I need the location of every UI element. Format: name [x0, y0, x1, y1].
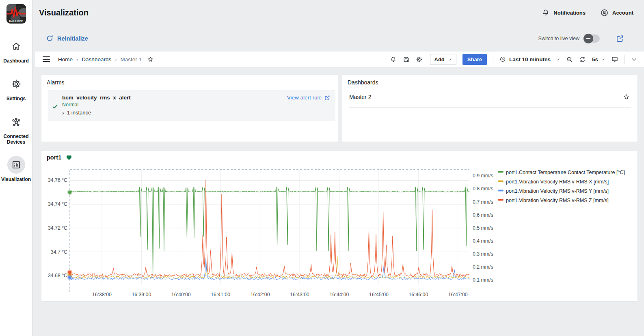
- chart-panel-title[interactable]: port1: [47, 154, 61, 161]
- save-icon: [403, 56, 410, 63]
- legend-label: port1.Vibration Velocity RMS v-RMS Z [mm…: [506, 198, 609, 203]
- chevron-down-icon: [447, 57, 452, 62]
- legend-item[interactable]: port1.Vibration Velocity RMS v-RMS X [mm…: [498, 179, 609, 185]
- zoom-out-time-button[interactable]: [566, 56, 573, 63]
- chevron-down-icon: [601, 57, 605, 62]
- notifications-button[interactable]: Notifications: [542, 9, 586, 17]
- legend-item[interactable]: port1.Vibration Velocity RMS v-RMS Y [mm…: [498, 188, 609, 194]
- sidebar: BALLUFF Dashboard Settings Connected Dev…: [0, 0, 32, 336]
- breadcrumb-current: Master 1: [121, 56, 142, 62]
- sidebar-item-label: Connected Devices: [0, 134, 32, 145]
- clock-icon: [499, 56, 506, 62]
- sidebar-item-label: Visualization: [0, 177, 32, 182]
- reinitialize-label: Reinitialize: [57, 35, 88, 42]
- breadcrumb-home[interactable]: Home: [58, 56, 73, 62]
- time-range-picker[interactable]: Last 10 minutes: [499, 56, 560, 62]
- tick-label: 16:41:00: [211, 292, 230, 297]
- series-start-marker: [68, 271, 71, 274]
- star-icon[interactable]: [623, 93, 630, 100]
- series-start-marker: [68, 276, 71, 279]
- switch-live-label: Switch to live view: [538, 36, 579, 41]
- zoom-out-icon: [566, 56, 573, 63]
- account-button[interactable]: Account: [600, 9, 633, 17]
- legend-item[interactable]: port1.Contact Temperature Contact Temper…: [498, 170, 625, 175]
- alert-row: bcm_velocity_rms_x_alert Normal › 1 inst…: [48, 90, 335, 121]
- legend-marker: [498, 190, 504, 192]
- account-label: Account: [612, 10, 633, 16]
- external-link-icon: [616, 34, 624, 43]
- dashboards-panel: Dashboards Master 2: [342, 75, 638, 142]
- monitor-icon: [611, 56, 618, 63]
- network-hub-icon: [7, 113, 25, 131]
- menu-button[interactable]: [43, 56, 50, 62]
- tick-label: 0.5 mm/s: [473, 225, 493, 231]
- bar-chart-icon: [7, 156, 25, 174]
- sidebar-item-visualization[interactable]: Visualization: [0, 156, 32, 182]
- check-icon: [52, 103, 58, 110]
- breadcrumb-dashboards[interactable]: Dashboards: [82, 56, 111, 62]
- gear-icon: [7, 75, 25, 93]
- tick-label: 16:45:00: [369, 292, 389, 297]
- external-link-icon: [324, 95, 330, 101]
- breadcrumb-separator: ›: [76, 56, 78, 62]
- legend-label: port1.Contact Temperature Contact Temper…: [506, 170, 625, 175]
- actions-row: Reinitialize Switch to live view: [32, 25, 644, 52]
- tick-label: 0.7 mm/s: [473, 199, 493, 205]
- page-title: Visualization: [39, 8, 89, 17]
- alert-state-badge: Normal: [62, 102, 331, 108]
- tick-label: 0.8 mm/s: [473, 186, 493, 192]
- dashboard-name: Master 2: [349, 94, 371, 100]
- chart-plot-area[interactable]: [70, 170, 469, 284]
- chart-area: 34.76 °C34.74 °C34.72 °C34.7 °C34.68 °C0…: [41, 151, 638, 301]
- alert-rules-button[interactable]: [390, 56, 397, 63]
- collapse-toolbar-button[interactable]: [631, 56, 637, 62]
- tick-label: 34.68 °C: [48, 273, 67, 278]
- live-view-toggle[interactable]: [584, 34, 600, 43]
- tick-label: 0.4 mm/s: [473, 238, 493, 244]
- health-heart-icon: [66, 155, 72, 161]
- toggle-knob: [583, 34, 593, 43]
- share-button[interactable]: Share: [462, 54, 487, 65]
- legend-label: port1.Vibration Velocity RMS v-RMS X [mm…: [506, 179, 609, 185]
- notifications-label: Notifications: [553, 10, 586, 16]
- tick-label: 16:44:00: [330, 292, 349, 297]
- sidebar-item-dashboard[interactable]: Dashboard: [0, 37, 32, 64]
- dashboards-panel-title: Dashboards: [342, 75, 638, 86]
- dashboard-content: Alarms bcm_velocity_rms_x_alert Normal ›…: [32, 67, 644, 302]
- chart-svg: 34.76 °C34.74 °C34.72 °C34.7 °C34.68 °C0…: [41, 151, 638, 302]
- chevron-right-icon: ›: [62, 111, 64, 115]
- add-button[interactable]: Add: [430, 54, 456, 65]
- sidebar-item-settings[interactable]: Settings: [0, 75, 32, 101]
- dashboard-list-item[interactable]: Master 2: [349, 93, 631, 108]
- tick-label: 0.3 mm/s: [473, 251, 493, 257]
- dashboard-settings-button[interactable]: [416, 56, 423, 63]
- sidebar-item-label: Dashboard: [2, 58, 30, 64]
- tick-label: 34.72 °C: [48, 225, 67, 231]
- refresh-interval-picker[interactable]: 5s: [592, 56, 605, 62]
- balluff-logo: BALLUFF: [6, 4, 26, 24]
- tick-label: 16:43:00: [290, 292, 309, 297]
- alert-instances-expander[interactable]: › 1 instance: [62, 110, 331, 116]
- alarms-panel: Alarms bcm_velocity_rms_x_alert Normal ›…: [41, 75, 338, 142]
- legend-marker: [498, 171, 504, 173]
- home-icon: [7, 37, 25, 55]
- tv-mode-button[interactable]: [611, 56, 618, 63]
- favorite-star-button[interactable]: [147, 56, 154, 63]
- divider: [493, 55, 493, 64]
- grafana-toolbar: Home › Dashboards › Master 1: [35, 52, 644, 67]
- legend-item[interactable]: port1.Vibration Velocity RMS v-RMS Z [mm…: [498, 198, 609, 203]
- legend-marker: [498, 199, 504, 201]
- tick-label: 16:38:00: [92, 292, 112, 297]
- tick-label: 16:39:00: [132, 292, 151, 297]
- view-alert-rule-link[interactable]: View alert rule: [287, 95, 330, 101]
- legend-label: port1.Vibration Velocity RMS v-RMS Y [mm…: [506, 188, 609, 194]
- tick-label: 16:46:00: [408, 292, 428, 297]
- reinitialize-button[interactable]: Reinitialize: [46, 34, 88, 42]
- refresh-dashboard-button[interactable]: [579, 56, 586, 63]
- bell-icon: [390, 56, 397, 63]
- save-dashboard-button[interactable]: [403, 56, 410, 63]
- open-external-button[interactable]: [616, 34, 624, 43]
- tick-label: 34.76 °C: [48, 177, 67, 183]
- account-icon: [600, 9, 609, 17]
- sidebar-item-connected-devices[interactable]: Connected Devices: [0, 113, 32, 145]
